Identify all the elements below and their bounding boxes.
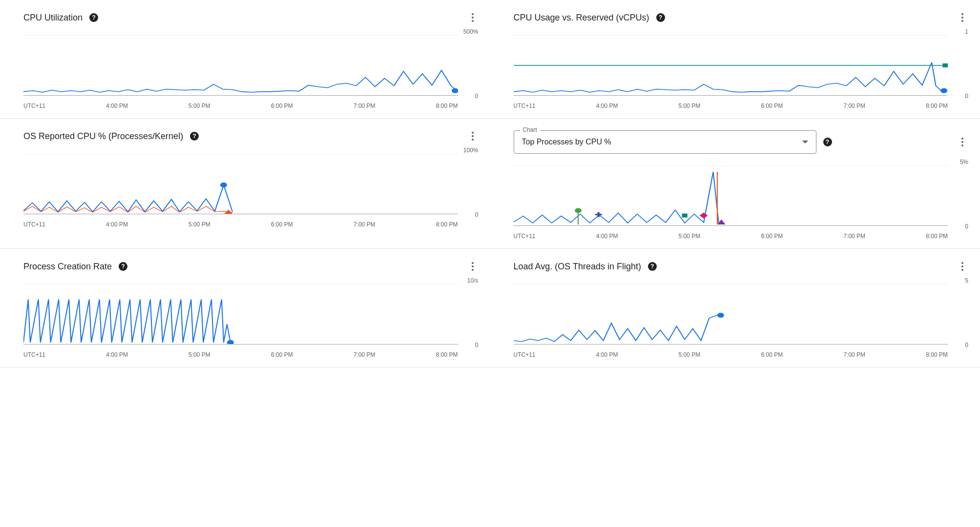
dropdown-value: Top Processes by CPU % — [522, 138, 611, 146]
svg-point-4 — [220, 182, 227, 187]
panel-title: CPU Usage vs. Reserved (vCPUs) — [514, 13, 649, 23]
y-axis-min: 0 — [965, 342, 968, 348]
panel-menu-button[interactable] — [467, 130, 479, 142]
panel-title: Load Avg. (OS Threads in Flight) — [514, 262, 641, 272]
y-axis-min: 0 — [965, 223, 968, 230]
panel-process-creation-rate: Process Creation Rate ? 10/s 0 UTC+114:0… — [0, 249, 490, 367]
y-axis-max: 1 — [965, 28, 968, 35]
svg-point-0 — [452, 88, 458, 93]
panel-menu-button[interactable] — [957, 12, 968, 23]
svg-rect-11 — [682, 214, 687, 218]
help-icon[interactable]: ? — [190, 132, 199, 141]
svg-point-14 — [227, 340, 234, 344]
help-icon[interactable]: ? — [823, 138, 832, 146]
help-icon[interactable]: ? — [656, 13, 665, 22]
y-axis-max: 5 — [965, 277, 968, 284]
chart-cpu-reserved[interactable]: 1 0 UTC+114:00 PM5:00 PM6:00 PM7:00 PM8:… — [514, 31, 969, 109]
help-icon[interactable]: ? — [648, 262, 657, 271]
panel-os-cpu: OS Reported CPU % (Processes/Kernel) ? 1… — [0, 119, 490, 249]
panel-menu-button[interactable] — [467, 12, 479, 23]
x-axis: UTC+114:00 PM5:00 PM6:00 PM7:00 PM8:00 P… — [514, 233, 948, 240]
chart-os-cpu[interactable]: 100% 0 UTC+114:00 PM5:00 PM6:00 PM7:00 P… — [23, 150, 479, 228]
svg-marker-12 — [699, 213, 708, 219]
panel-top-processes: Chart Top Processes by CPU % ? 5% 0 — [490, 119, 980, 249]
y-axis-min: 0 — [475, 211, 479, 218]
panel-menu-button[interactable] — [467, 261, 479, 272]
panel-title: OS Reported CPU % (Processes/Kernel) — [23, 131, 183, 142]
panel-cpu-utilization: CPU Utilization ? 500% 0 UTC+114:00 PM5:… — [0, 0, 490, 119]
panel-cpu-reserved: CPU Usage vs. Reserved (vCPUs) ? 1 0 UTC… — [490, 0, 980, 119]
x-axis: UTC+114:00 PM5:00 PM6:00 PM7:00 PM8:00 P… — [23, 102, 458, 109]
chevron-down-icon — [802, 141, 808, 143]
x-axis: UTC+114:00 PM5:00 PM6:00 PM7:00 PM8:00 P… — [23, 351, 458, 358]
chart-load-avg[interactable]: 5 0 UTC+114:00 PM5:00 PM6:00 PM7:00 PM8:… — [514, 280, 969, 358]
help-icon[interactable]: ? — [89, 13, 98, 22]
x-axis: UTC+114:00 PM5:00 PM6:00 PM7:00 PM8:00 P… — [514, 102, 948, 109]
chart-select-dropdown[interactable]: Chart Top Processes by CPU % — [514, 130, 816, 154]
panel-title: CPU Utilization — [23, 13, 83, 23]
y-axis-max: 5% — [960, 159, 968, 165]
panel-menu-button[interactable] — [957, 261, 968, 272]
chart-process-creation-rate[interactable]: 10/s 0 UTC+114:00 PM5:00 PM6:00 PM7:00 P… — [23, 280, 479, 358]
y-axis-max: 500% — [463, 28, 479, 35]
svg-point-15 — [717, 313, 724, 318]
y-axis-min: 0 — [475, 342, 479, 348]
x-axis: UTC+114:00 PM5:00 PM6:00 PM7:00 PM8:00 P… — [514, 351, 948, 358]
y-axis-max: 100% — [463, 147, 479, 154]
dashboard-grid: CPU Utilization ? 500% 0 UTC+114:00 PM5:… — [0, 0, 980, 367]
y-axis-min: 0 — [475, 93, 479, 100]
svg-point-3 — [940, 88, 947, 93]
svg-rect-2 — [942, 63, 948, 67]
chart-cpu-utilization[interactable]: 500% 0 UTC+114:00 PM5:00 PM6:00 PM7:00 P… — [23, 31, 479, 109]
panel-title: Process Creation Rate — [23, 262, 112, 272]
y-axis-min: 0 — [965, 93, 968, 100]
dropdown-label: Chart — [520, 126, 540, 133]
panel-load-avg: Load Avg. (OS Threads in Flight) ? 5 0 U… — [490, 249, 980, 367]
x-axis: UTC+114:00 PM5:00 PM6:00 PM7:00 PM8:00 P… — [23, 221, 458, 228]
panel-menu-button[interactable] — [957, 136, 968, 148]
help-icon[interactable]: ? — [119, 262, 127, 271]
chart-top-processes[interactable]: 5% 0 UTC+114:00 PM5:00 PM6:00 PM7:00 PM8… — [514, 162, 969, 240]
y-axis-max: 10/s — [467, 277, 479, 284]
